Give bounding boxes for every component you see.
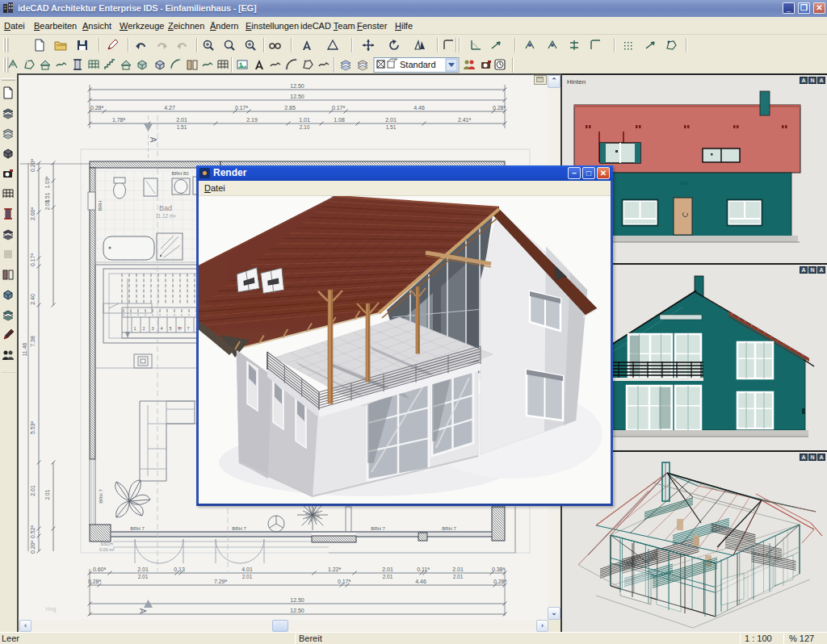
svg-text:0.60ª: 0.60ª [93, 567, 107, 572]
svg-text:BRH 7: BRH 7 [442, 526, 456, 531]
svg-text:0.28ª: 0.28ª [493, 105, 506, 111]
svg-text:1.22ª: 1.22ª [328, 567, 342, 572]
svg-text:12.50: 12.50 [290, 597, 304, 603]
svg-text:A: A [138, 608, 147, 614]
svg-text:2.01: 2.01 [44, 199, 50, 210]
svg-text:1.51: 1.51 [386, 124, 397, 130]
svg-text:0.11ª: 0.11ª [417, 567, 430, 572]
svg-text:0.17ª: 0.17ª [30, 253, 36, 266]
svg-text:2.01: 2.01 [44, 489, 50, 500]
svg-text:0.38ª: 0.38ª [492, 567, 506, 572]
svg-text:1.01: 1.01 [299, 117, 310, 123]
svg-text:0.17ª: 0.17ª [235, 105, 249, 111]
svg-text:2: 2 [142, 326, 145, 331]
svg-text:0.00 m²: 0.00 m² [99, 547, 115, 552]
svg-text:2.19: 2.19 [246, 117, 258, 123]
svg-text:Standard: Standard [400, 60, 436, 69]
svg-text:2.41ª: 2.41ª [458, 117, 472, 123]
svg-text:11.46: 11.46 [22, 342, 27, 356]
svg-text:2.01: 2.01 [242, 574, 253, 579]
svg-text:7.38: 7.38 [30, 336, 36, 347]
svg-text:0.52ª: 0.52ª [30, 525, 36, 538]
svg-text:0.20ª: 0.20ª [30, 540, 36, 554]
svg-text:1.51: 1.51 [177, 124, 187, 130]
svg-text:12.50: 12.50 [290, 94, 304, 99]
svg-text:0.20ª: 0.20ª [30, 158, 36, 172]
svg-text:1: 1 [133, 326, 136, 331]
svg-text:7.29ª: 7.29ª [214, 579, 228, 584]
svg-text:4: 4 [160, 326, 162, 331]
svg-text:7: 7 [187, 326, 189, 331]
svg-text:2.01: 2.01 [176, 117, 187, 123]
svg-text:BRH 7: BRH 7 [130, 526, 145, 531]
svg-text:2.01: 2.01 [385, 117, 397, 123]
svg-text:2.01: 2.01 [138, 574, 149, 579]
svg-text:2.10: 2.10 [300, 124, 310, 130]
svg-text:2.01: 2.01 [30, 485, 36, 496]
svg-text:12.50: 12.50 [290, 608, 304, 613]
svg-text:2.01: 2.01 [382, 567, 393, 572]
svg-text:12.50: 12.50 [290, 83, 304, 89]
svg-text:0.28ª: 0.28ª [88, 579, 102, 584]
svg-text:2.40: 2.40 [30, 294, 36, 305]
svg-text:4.27: 4.27 [164, 105, 175, 111]
svg-text:3: 3 [151, 326, 153, 331]
svg-text:BRH 7: BRH 7 [232, 526, 246, 531]
svg-text:5.53ª: 5.53ª [30, 420, 36, 434]
svg-text:0.28ª: 0.28ª [90, 105, 104, 111]
svg-text:2.01: 2.01 [452, 567, 464, 572]
svg-text:BRH 80: BRH 80 [171, 171, 189, 176]
svg-text:4.46: 4.46 [415, 579, 426, 584]
svg-text:BRH 7: BRH 7 [371, 526, 385, 531]
svg-text:.SSCH: .SSCH [99, 542, 113, 546]
svg-text:0.13: 0.13 [174, 567, 185, 572]
svg-text:A: A [149, 137, 157, 143]
svg-text:2.01: 2.01 [137, 567, 149, 572]
svg-text:BRH: BRH [98, 201, 103, 211]
svg-text:2.85: 2.85 [284, 105, 296, 111]
svg-text:BRH 7: BRH 7 [99, 489, 103, 504]
svg-text:1.78ª: 1.78ª [112, 117, 126, 123]
svg-text:5: 5 [169, 326, 171, 331]
svg-text:2.01: 2.01 [383, 574, 393, 579]
svg-text:Bad: Bad [159, 204, 172, 212]
svg-text:1.08: 1.08 [334, 117, 345, 123]
svg-text:Hog: Hog [46, 606, 57, 613]
svg-text:0.17ª: 0.17ª [338, 579, 351, 584]
svg-text:0.17ª: 0.17ª [332, 105, 346, 111]
svg-text:2.01: 2.01 [453, 574, 464, 579]
svg-text:2.00ª: 2.00ª [30, 207, 36, 220]
svg-text:11.12 m²: 11.12 m² [155, 213, 176, 219]
svg-text:1.03ª: 1.03ª [44, 176, 50, 189]
svg-text:•••: ••• [178, 325, 183, 330]
svg-text:4.46: 4.46 [414, 105, 425, 111]
svg-text:4.01: 4.01 [241, 567, 253, 572]
